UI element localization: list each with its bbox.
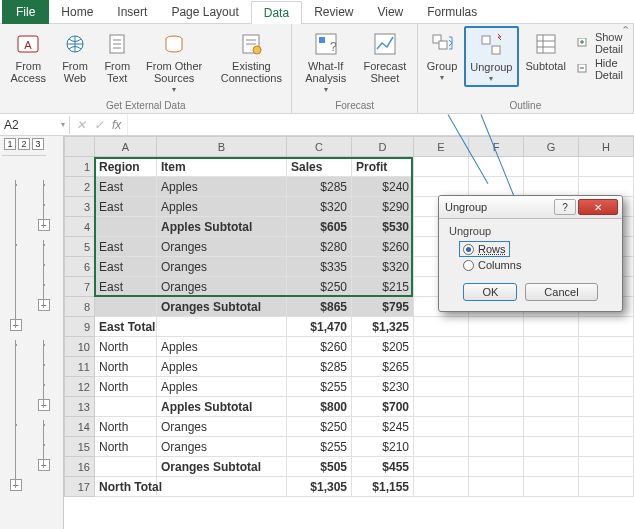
cell[interactable]: $505 bbox=[287, 457, 352, 477]
row-header[interactable]: 3 bbox=[65, 197, 95, 217]
forecast-sheet-button[interactable]: Forecast Sheet bbox=[357, 26, 413, 87]
whatif-analysis-button[interactable]: ? What-If Analysis bbox=[296, 26, 354, 97]
cell[interactable]: $530 bbox=[352, 217, 414, 237]
col-header[interactable]: C bbox=[287, 137, 352, 157]
existing-connections-button[interactable]: Existing Connections bbox=[215, 26, 287, 87]
cell[interactable]: $700 bbox=[352, 397, 414, 417]
cell[interactable]: $215 bbox=[352, 277, 414, 297]
col-header[interactable]: D bbox=[352, 137, 414, 157]
cell[interactable] bbox=[414, 457, 469, 477]
cell[interactable] bbox=[579, 397, 634, 417]
cell[interactable]: Apples bbox=[157, 377, 287, 397]
cell[interactable] bbox=[414, 337, 469, 357]
col-header[interactable]: B bbox=[157, 137, 287, 157]
select-all-corner[interactable] bbox=[65, 137, 95, 157]
tab-data[interactable]: Data bbox=[251, 1, 302, 25]
cell[interactable]: $260 bbox=[287, 337, 352, 357]
cell[interactable] bbox=[524, 317, 579, 337]
cell[interactable]: Oranges bbox=[157, 437, 287, 457]
cell[interactable]: $290 bbox=[352, 197, 414, 217]
row-header[interactable]: 5 bbox=[65, 237, 95, 257]
formula-input[interactable] bbox=[127, 114, 634, 135]
cell[interactable]: $210 bbox=[352, 437, 414, 457]
cell[interactable]: East bbox=[95, 177, 157, 197]
cell[interactable]: Apples bbox=[157, 337, 287, 357]
fx-button[interactable]: fx bbox=[112, 118, 121, 132]
cell[interactable] bbox=[414, 417, 469, 437]
cell[interactable] bbox=[95, 217, 157, 237]
subtotal-button[interactable]: Subtotal bbox=[521, 26, 571, 75]
cell[interactable] bbox=[469, 317, 524, 337]
cell[interactable]: $285 bbox=[287, 357, 352, 377]
col-header[interactable]: G bbox=[524, 137, 579, 157]
cell[interactable] bbox=[579, 437, 634, 457]
cell[interactable]: $455 bbox=[352, 457, 414, 477]
from-text-button[interactable]: From Text bbox=[97, 26, 136, 87]
cell[interactable] bbox=[524, 357, 579, 377]
from-other-sources-button[interactable]: From Other Sources bbox=[139, 26, 209, 97]
show-detail-button[interactable]: Show Detail bbox=[575, 30, 627, 56]
cell[interactable]: North Total bbox=[95, 477, 157, 497]
radio-rows[interactable]: Rows bbox=[459, 241, 510, 257]
radio-columns[interactable]: Columns bbox=[459, 257, 612, 273]
cell[interactable] bbox=[414, 157, 469, 177]
row-header[interactable]: 16 bbox=[65, 457, 95, 477]
cell[interactable] bbox=[414, 177, 469, 197]
row-header[interactable]: 13 bbox=[65, 397, 95, 417]
cell[interactable] bbox=[95, 457, 157, 477]
cell[interactable]: Sales bbox=[287, 157, 352, 177]
cell[interactable]: Oranges bbox=[157, 417, 287, 437]
cell[interactable] bbox=[469, 397, 524, 417]
tab-insert[interactable]: Insert bbox=[105, 0, 159, 24]
cell[interactable]: $240 bbox=[352, 177, 414, 197]
cell[interactable] bbox=[95, 297, 157, 317]
cell[interactable] bbox=[469, 157, 524, 177]
group-button[interactable]: Group bbox=[422, 26, 463, 85]
col-header[interactable]: H bbox=[579, 137, 634, 157]
cell[interactable]: Oranges Subtotal bbox=[157, 297, 287, 317]
cell[interactable]: East bbox=[95, 237, 157, 257]
cell[interactable]: $800 bbox=[287, 397, 352, 417]
cell[interactable]: Oranges Subtotal bbox=[157, 457, 287, 477]
cell[interactable] bbox=[524, 397, 579, 417]
cell[interactable] bbox=[579, 177, 634, 197]
cell[interactable] bbox=[414, 437, 469, 457]
row-header[interactable]: 14 bbox=[65, 417, 95, 437]
row-header[interactable]: 1 bbox=[65, 157, 95, 177]
enter-formula-icon[interactable]: ✓ bbox=[94, 118, 104, 132]
row-header[interactable]: 9 bbox=[65, 317, 95, 337]
cell[interactable] bbox=[469, 337, 524, 357]
row-header[interactable]: 8 bbox=[65, 297, 95, 317]
dialog-close-button[interactable]: ✕ bbox=[578, 199, 618, 215]
cell[interactable]: $1,325 bbox=[352, 317, 414, 337]
name-box[interactable]: A2 bbox=[0, 116, 70, 134]
cell[interactable] bbox=[414, 357, 469, 377]
cell[interactable] bbox=[157, 477, 287, 497]
outline-collapse-button[interactable]: − bbox=[38, 219, 50, 231]
cell[interactable] bbox=[579, 477, 634, 497]
cell[interactable] bbox=[579, 417, 634, 437]
cell[interactable] bbox=[469, 177, 524, 197]
cell[interactable]: $260 bbox=[352, 237, 414, 257]
from-access-button[interactable]: A From Access bbox=[4, 26, 53, 87]
cell[interactable] bbox=[579, 337, 634, 357]
cell[interactable]: $205 bbox=[352, 337, 414, 357]
cell[interactable] bbox=[469, 417, 524, 437]
cell[interactable] bbox=[524, 337, 579, 357]
cell[interactable] bbox=[524, 177, 579, 197]
cell[interactable]: Apples bbox=[157, 357, 287, 377]
cell[interactable] bbox=[524, 437, 579, 457]
cell[interactable]: Item bbox=[157, 157, 287, 177]
cell[interactable]: North bbox=[95, 437, 157, 457]
cell[interactable]: $335 bbox=[287, 257, 352, 277]
cell[interactable]: North bbox=[95, 357, 157, 377]
cell[interactable]: East bbox=[95, 197, 157, 217]
cell[interactable]: North bbox=[95, 417, 157, 437]
row-header[interactable]: 4 bbox=[65, 217, 95, 237]
cell[interactable]: $320 bbox=[352, 257, 414, 277]
row-header[interactable]: 17 bbox=[65, 477, 95, 497]
cell[interactable]: $250 bbox=[287, 277, 352, 297]
cell[interactable] bbox=[469, 477, 524, 497]
cell[interactable] bbox=[95, 397, 157, 417]
outline-level-3[interactable]: 3 bbox=[32, 138, 44, 150]
